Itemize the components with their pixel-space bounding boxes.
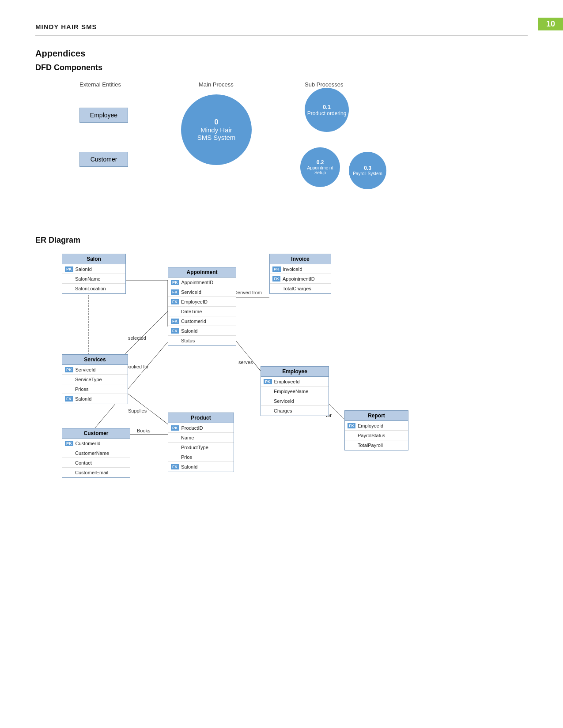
er-invoice-apptid: FK AppointmentID bbox=[270, 274, 331, 284]
er-employee-charges: Charges bbox=[261, 406, 329, 416]
er-diagram: Derived from selected booked for serves … bbox=[35, 254, 528, 501]
er-section: ER Diagram Derived from selected booked … bbox=[35, 236, 528, 501]
sub-process-01: 0.1 Product ordering bbox=[305, 88, 349, 132]
dfd-diagram: External Entities Main Process Sub Proce… bbox=[35, 81, 528, 218]
er-entity-employee: Employee PK EmployeeId EmployeeName Serv… bbox=[261, 366, 329, 416]
er-employee-serviceid: ServiceId bbox=[261, 396, 329, 406]
er-salon-salonname: SalonName bbox=[62, 274, 125, 284]
er-appt-customerid: FK CustomerId bbox=[168, 316, 236, 326]
er-entity-appointment: Appoinment PK AppointmentID FK ServiceId… bbox=[168, 267, 236, 346]
er-product-name: Name bbox=[168, 433, 234, 443]
er-subtitle: ER Diagram bbox=[35, 236, 528, 245]
er-services-prices: Prices bbox=[62, 384, 128, 394]
svg-text:Supplies: Supplies bbox=[128, 408, 147, 413]
er-appt-datetime: DateTime bbox=[168, 307, 236, 316]
er-invoice-invoiceid: PK InvoiceId bbox=[270, 264, 331, 274]
er-entity-employee-header: Employee bbox=[261, 367, 329, 377]
er-appt-status: Status bbox=[168, 336, 236, 345]
page-number: 10 bbox=[538, 18, 563, 30]
svg-text:booked for: booked for bbox=[126, 364, 149, 369]
er-report-totalpayroll: TotalPayroll bbox=[345, 440, 408, 450]
er-customer-contact: Contact bbox=[62, 458, 130, 468]
er-entity-services-header: Services bbox=[62, 355, 128, 365]
er-entity-report-header: Report bbox=[345, 411, 408, 421]
er-customer-customername: CustomerName bbox=[62, 448, 130, 458]
er-entity-customer-header: Customer bbox=[62, 428, 130, 439]
entity-customer: Customer bbox=[79, 152, 128, 167]
entity-employee: Employee bbox=[79, 108, 128, 123]
dfd-subtitle: DFD Components bbox=[35, 63, 528, 72]
er-appt-apptid: PK AppointmentID bbox=[168, 278, 236, 287]
main-process-circle: 0 Mindy Hair SMS System bbox=[181, 94, 252, 165]
dfd-section: DFD Components External Entities Main Pr… bbox=[35, 63, 528, 218]
er-salon-salonlocation: SalonLocation bbox=[62, 284, 125, 293]
dfd-col-external: External Entities bbox=[79, 81, 121, 88]
er-report-employeeid: FK EmployeeId bbox=[345, 421, 408, 431]
er-services-serviceid: PK ServiceId bbox=[62, 365, 128, 375]
er-employee-employeeid: PK EmployeeId bbox=[261, 377, 329, 387]
er-employee-employeename: EmployeeName bbox=[261, 387, 329, 396]
er-entity-customer: Customer PK CustomerId CustomerName Cont… bbox=[62, 428, 130, 478]
svg-text:Derived from: Derived from bbox=[234, 290, 262, 295]
er-salon-salonid: PK SalonId bbox=[62, 264, 125, 274]
document-header: MINDY HAIR SMS bbox=[35, 23, 97, 30]
er-customer-customeremail: CustomerEmail bbox=[62, 468, 130, 477]
appendices-title: Appendices bbox=[35, 49, 528, 59]
er-services-servicetype: ServiceType bbox=[62, 375, 128, 384]
svg-text:serves: serves bbox=[238, 360, 253, 365]
er-invoice-totalcharges: TotalCharges bbox=[270, 284, 331, 293]
er-product-salonid: FK SalonId bbox=[168, 462, 234, 472]
er-entity-report: Report FK EmployeeId PayrolStatus TotalP… bbox=[344, 410, 408, 450]
er-report-payrollstatus: PayrolStatus bbox=[345, 431, 408, 440]
er-appt-salonid: FK SalonId bbox=[168, 326, 236, 336]
svg-text:selected: selected bbox=[128, 335, 146, 341]
er-entity-salon-header: Salon bbox=[62, 254, 125, 264]
er-entity-invoice-header: Invoice bbox=[270, 254, 331, 264]
er-appt-employeeid: FK EmployeeID bbox=[168, 297, 236, 307]
sub-process-02: 0.2 Appointme nt Setup bbox=[300, 147, 340, 187]
svg-line-9 bbox=[124, 390, 170, 426]
er-product-producttype: ProductType bbox=[168, 443, 234, 452]
sub-process-03: 0.3 Payroll System bbox=[349, 152, 386, 189]
dfd-col-main: Main Process bbox=[199, 81, 234, 88]
er-entity-appointment-header: Appoinment bbox=[168, 267, 236, 278]
er-entity-product-header: Product bbox=[168, 413, 234, 423]
er-appt-serviceid: FK ServiceId bbox=[168, 287, 236, 297]
dfd-col-sub: Sub Processes bbox=[305, 81, 343, 88]
er-customer-customerid: PK CustomerId bbox=[62, 439, 130, 448]
er-entity-salon: Salon PK SalonId SalonName SalonLocation bbox=[62, 254, 126, 294]
er-entity-product: Product PK ProductID Name ProductType Pr… bbox=[168, 413, 234, 472]
svg-line-3 bbox=[124, 311, 168, 355]
er-product-productid: PK ProductID bbox=[168, 423, 234, 433]
er-entity-services: Services PK ServiceId ServiceType Prices… bbox=[62, 354, 128, 404]
er-services-salonid: FK SalonId bbox=[62, 394, 128, 404]
er-entity-invoice: Invoice PK InvoiceId FK AppointmentID To… bbox=[269, 254, 331, 294]
svg-text:Books: Books bbox=[137, 428, 151, 433]
er-product-price: Price bbox=[168, 452, 234, 462]
